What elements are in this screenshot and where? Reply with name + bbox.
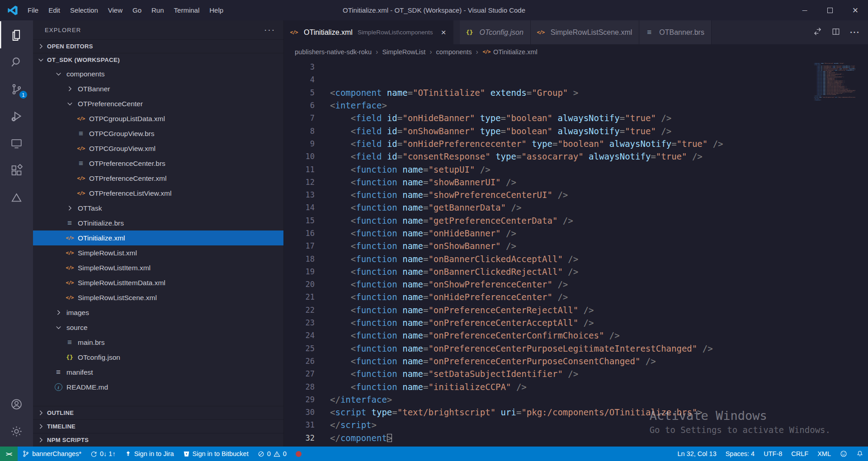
menu-edit[interactable]: Edit: [43, 0, 65, 20]
more-actions-button[interactable]: ···: [850, 28, 860, 38]
menu-help[interactable]: Help: [204, 0, 228, 20]
activity-source-control[interactable]: 1: [0, 75, 33, 103]
maximize-button[interactable]: [817, 0, 843, 20]
status-cursor-position[interactable]: Ln 32, Col 13: [673, 447, 721, 461]
tree-item-simplerowlistitemdata-xml[interactable]: </>SimpleRowListItemData.xml: [33, 275, 283, 290]
breadcrumb-item-publishers-native-sdk-roku[interactable]: publishers-native-sdk-roku: [295, 48, 372, 56]
tree-item-label: OTPCgroupListData.xml: [89, 115, 165, 123]
tab-actions: ···: [805, 20, 868, 44]
workspace-section[interactable]: OT_SDK (WORKSPACE): [33, 53, 283, 66]
breadcrumb-item-components[interactable]: components: [436, 48, 472, 56]
tree-item-manifest[interactable]: ≡manifest: [33, 365, 283, 380]
tree-item-otpreferencecenter-xml[interactable]: </>OTPreferenceCenter.xml: [33, 171, 283, 186]
code-line: 14 <function name="getBannerData" />: [284, 201, 868, 214]
line-content: </script>: [330, 420, 377, 430]
split-editor-button[interactable]: [832, 28, 840, 38]
section-npm-scripts[interactable]: NPM SCRIPTS: [33, 433, 283, 447]
close-button[interactable]: ×: [843, 0, 868, 20]
status-encoding[interactable]: UTF-8: [759, 447, 787, 461]
status-remote-indicator[interactable]: ><: [0, 447, 18, 461]
tree-item-simplerowlist-xml[interactable]: </>SimpleRowList.xml: [33, 245, 283, 260]
tab-bar: </>OTinitialize.xmlSimpleRowList\compone…: [284, 20, 868, 44]
open-editors-section[interactable]: OPEN EDITORS: [33, 39, 283, 53]
breadcrumb-item-otinitialize-xml[interactable]: </>OTinitialize.xml: [482, 48, 538, 56]
line-content: <component name="OTinitialize" extends="…: [330, 88, 578, 98]
status-notifications[interactable]: [852, 447, 868, 461]
status-feedback[interactable]: [835, 447, 852, 461]
explorer-more-actions-button[interactable]: ···: [264, 25, 275, 35]
status-language-mode[interactable]: XML: [813, 447, 835, 461]
info-circle-icon: i: [55, 383, 62, 391]
activity-accounts[interactable]: [0, 390, 33, 418]
tree-item-otpcgroupview-brs[interactable]: ≡OTPCGroupView.brs: [33, 126, 283, 141]
status-git-branch[interactable]: bannerChanges*: [18, 447, 86, 461]
code-lines: 345<component name="OTinitialize" extend…: [284, 61, 868, 444]
status-jira-signin[interactable]: Sign in to Jira: [120, 447, 179, 461]
status-bitbucket-signin[interactable]: Sign in to Bitbucket: [179, 447, 253, 461]
menu-run[interactable]: Run: [146, 0, 169, 20]
tree-item-main-brs[interactable]: ≡main.brs: [33, 335, 283, 350]
activity-extension-triangle[interactable]: [0, 184, 33, 211]
tree-item-components[interactable]: components: [33, 66, 283, 81]
activity-run-and-debug[interactable]: [0, 103, 33, 130]
line-number: 11: [284, 165, 315, 174]
xml-file-icon: </>: [64, 280, 75, 286]
open-changes-button[interactable]: [813, 27, 822, 38]
tree-item-otpcgroupview-xml[interactable]: </>OTPCGroupView.xml: [33, 141, 283, 156]
files-icon: [10, 28, 23, 42]
tree-item-readme-md[interactable]: iREADME.md: [33, 380, 283, 395]
section-npm-scripts-label: NPM SCRIPTS: [47, 437, 89, 443]
menu-view[interactable]: View: [103, 0, 127, 20]
menu-terminal[interactable]: Terminal: [169, 0, 205, 20]
menu-go[interactable]: Go: [127, 0, 146, 20]
close-tab-icon[interactable]: ×: [441, 28, 446, 38]
activity-settings[interactable]: [0, 418, 33, 445]
tree-item-source[interactable]: source: [33, 320, 283, 335]
section-timeline[interactable]: TIMELINE: [33, 419, 283, 433]
tree-item-simplerowlistitem-xml[interactable]: </>SimpleRowListItem.xml: [33, 260, 283, 275]
warning-icon: [274, 451, 280, 457]
tree-item-ottask[interactable]: OTTask: [33, 201, 283, 216]
status-eol[interactable]: CRLF: [787, 447, 813, 461]
breadcrumb-separator-icon: ›: [429, 48, 432, 56]
code-editor[interactable]: 345<component name="OTinitialize" extend…: [284, 59, 868, 447]
tab-otconfig-json[interactable]: {}OTconfig.json: [460, 20, 531, 44]
tab-simplerowlistscene-xml[interactable]: </>SimpleRowListScene.xml: [531, 20, 640, 44]
xml-file-icon: </>: [64, 265, 75, 271]
section-outline[interactable]: OUTLINE: [33, 406, 283, 419]
tree-item-simplerowlistscene-xml[interactable]: </>SimpleRowListScene.xml: [33, 290, 283, 305]
menu-selection[interactable]: Selection: [65, 0, 103, 20]
status-git-sync[interactable]: 0↓ 1↑: [86, 447, 120, 461]
activity-extensions[interactable]: [0, 157, 33, 184]
tab-otbanner-brs[interactable]: ≡OTBanner.brs: [639, 20, 712, 44]
menu-file[interactable]: File: [23, 0, 43, 20]
activity-explorer[interactable]: [0, 21, 33, 48]
code-line: 30<script type="text/brightscript" uri="…: [284, 406, 868, 419]
minimap[interactable]: <component name="OTinitialize" extends="…: [812, 60, 855, 101]
tree-item-images[interactable]: images: [33, 305, 283, 320]
chevron-down-icon: [64, 100, 75, 108]
tree-item-otbanner[interactable]: OTBanner: [33, 81, 283, 96]
account-icon: [10, 398, 23, 411]
tree-item-otconfig-json[interactable]: {}OTconfig.json: [33, 350, 283, 365]
tree-item-otpreferencecenter[interactable]: OTPreferenceCenter: [33, 96, 283, 111]
sidebar-header: EXPLORER ···: [33, 20, 283, 39]
status-problems[interactable]: 00: [253, 447, 291, 461]
status-extension-status-dot[interactable]: [291, 447, 306, 461]
status-indentation[interactable]: Spaces: 4: [721, 447, 760, 461]
minimize-button[interactable]: ─: [792, 0, 817, 20]
tree-item-otpreferencecenter-brs[interactable]: ≡OTPreferenceCenter.brs: [33, 156, 283, 171]
tree-item-otpreferencelistview-xml[interactable]: </>OTPreferenceListView.xml: [33, 186, 283, 201]
file-tree: componentsOTBannerOTPreferenceCenter</>O…: [33, 66, 283, 406]
tab-otinitialize-xml[interactable]: </>OTinitialize.xmlSimpleRowList\compone…: [284, 20, 453, 44]
activity-remote-explorer[interactable]: [0, 130, 33, 157]
breadcrumb-item-simplerowlist[interactable]: SimpleRowList: [382, 48, 425, 56]
tree-item-otinitialize-brs[interactable]: ≡OTinitialize.brs: [33, 216, 283, 230]
line-number: 13: [284, 190, 315, 199]
code-line: 12 <function name="showBannerUI" />: [284, 176, 868, 188]
code-line: 24 <function name="onPreferenceCenterCon…: [284, 329, 868, 342]
tree-item-label: OTBanner: [78, 85, 110, 93]
tree-item-otinitialize-xml[interactable]: </>OTinitialize.xml: [33, 230, 283, 245]
tree-item-otpcgrouplistdata-xml[interactable]: </>OTPCgroupListData.xml: [33, 111, 283, 126]
activity-search[interactable]: [0, 48, 33, 75]
